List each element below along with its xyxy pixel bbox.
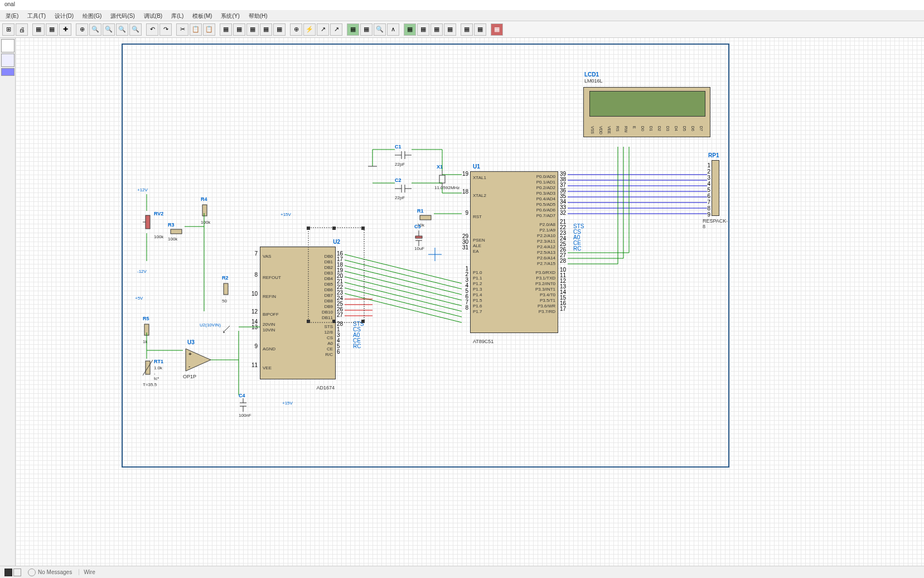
title-bar: onal (0, 0, 924, 10)
rp1-model: RESPACK-8 (703, 218, 729, 229)
svg-rect-19 (224, 283, 228, 295)
component-rp1[interactable]: RP1 123456789 RESPACK-8 (707, 152, 729, 230)
component-u1[interactable]: U1 XTAL1 XTAL2 RST PSEN ALE EA P1.0 P1.1… (470, 163, 566, 336)
tool-area-icon[interactable]: ▦ (32, 23, 45, 36)
app-title: onal (4, 1, 15, 7)
lcd1-model: LM016L (584, 78, 603, 84)
sim-pause-icon[interactable] (13, 569, 21, 576)
rp1-ref: RP1 (708, 152, 719, 158)
tool-arrow1-icon[interactable]: ↗ (317, 23, 329, 36)
tool-paste-icon[interactable]: 📋 (203, 23, 215, 36)
tool-print-icon[interactable]: 🖨 (16, 23, 28, 36)
tool-block3-icon[interactable]: ▦ (246, 23, 259, 36)
power-n12v: -12V (137, 269, 147, 274)
power-p15v-2: +15V (282, 401, 293, 406)
svg-rect-23 (146, 215, 150, 229)
tool-block4-icon[interactable]: ▦ (260, 23, 272, 36)
menu-system[interactable]: 系统(Y) (217, 11, 243, 20)
component-c4[interactable]: C4 100nF (239, 393, 251, 418)
component-rv2[interactable]: RV2 100k (143, 211, 153, 234)
tool-center-icon[interactable]: ⊕ (76, 23, 88, 36)
tool-arm-icon[interactable]: ▦ (491, 23, 503, 36)
svg-rect-16 (415, 236, 422, 238)
preview-icon[interactable] (1, 39, 14, 52)
u2-left-nums: 7 8 10 12 14 13 9 11 (251, 251, 258, 368)
devices-icon[interactable] (1, 54, 14, 67)
left-panel (0, 38, 16, 572)
tool-grid-icon[interactable]: ⊞ (2, 23, 14, 36)
tool-comp1-icon[interactable]: ▦ (347, 23, 359, 36)
tool-sim4-icon[interactable]: ▦ (444, 23, 456, 36)
menu-draw[interactable]: 绘图(G) (79, 11, 105, 20)
u2-model: AD1674 (316, 385, 335, 391)
selected-item[interactable] (1, 68, 14, 76)
tool-pick-icon[interactable]: ⊕ (290, 23, 302, 36)
tool-cut-icon[interactable]: ✂ (176, 23, 188, 36)
tool-undo-icon[interactable]: ↶ (146, 23, 158, 36)
menu-design[interactable]: 设计(D) (51, 11, 77, 20)
svg-rect-14 (420, 215, 431, 220)
component-x1[interactable]: X1 11.0592MHz (437, 171, 448, 189)
tool-zoomfit-icon[interactable]: 🔍 (116, 23, 128, 36)
menu-help[interactable]: 帮助(H) (245, 11, 271, 20)
component-r2[interactable]: R2 50 (222, 275, 230, 304)
component-lcd1[interactable]: LCD1 LM016L VSS VDD VEE RS RW E D0 D1 D2… (583, 71, 710, 138)
menu-debug[interactable]: 调试(B) (141, 11, 166, 20)
component-u2[interactable]: U2 VAS REFOUT REFIN BIPOFF 20VIN 10VIN A… (260, 239, 344, 384)
sim-play-icon[interactable] (4, 569, 12, 576)
component-rt1[interactable]: RT1 1.0k -tc* T=35.5 (143, 359, 153, 380)
tool-find-icon[interactable]: 🔍 (374, 23, 386, 36)
tool-zoomin-icon[interactable]: 🔍 (89, 23, 101, 36)
component-r4[interactable]: R4 100k (201, 196, 210, 225)
tool-doc1-icon[interactable]: ▦ (461, 23, 473, 36)
tool-zoomarea-icon[interactable]: 🔍 (129, 23, 142, 36)
menu-tools[interactable]: 工具(T) (24, 11, 49, 20)
tool-block1-icon[interactable]: ▦ (220, 23, 232, 36)
tool-wire-icon[interactable]: ⚡ (303, 23, 316, 36)
lcd1-ref: LCD1 (584, 71, 599, 78)
menu-library[interactable]: 库(L) (168, 11, 187, 20)
svg-rect-11 (439, 175, 445, 183)
u2-right-tags: STSCSA0CERC (353, 321, 364, 349)
power-p15v-1: +15V (280, 212, 291, 217)
tool-comp2-icon[interactable]: ▦ (360, 23, 372, 36)
component-c2[interactable]: C2 22pF (395, 177, 412, 200)
menu-template[interactable]: 模板(M) (189, 11, 215, 20)
tool-sim2-icon[interactable]: ▦ (417, 23, 429, 36)
tool-doc2-icon[interactable]: ▦ (474, 23, 486, 36)
tool-copy-icon[interactable]: 📋 (190, 23, 202, 36)
power-p12v: +12V (137, 187, 148, 192)
svg-rect-21 (202, 205, 207, 216)
component-c1[interactable]: C1 22pF (395, 144, 412, 167)
schematic-canvas[interactable]: LCD1 LM016L VSS VDD VEE RS RW E D0 D1 D2… (16, 38, 924, 572)
menu-edit[interactable]: 菜(E) (2, 11, 22, 20)
u1-left-nums: 19 18 9 29 30 31 1 2 3 4 5 6 7 8 (462, 171, 468, 311)
tool-redo-icon[interactable]: ↷ (159, 23, 172, 36)
tool-sim1-icon[interactable]: ▦ (404, 23, 416, 36)
status-led-icon (28, 569, 36, 576)
status-bar: No Messages Wire (0, 566, 924, 578)
main-area: LCD1 LM016L VSS VDD VEE RS RW E D0 D1 D2… (0, 38, 924, 572)
tool-block2-icon[interactable]: ▦ (233, 23, 245, 36)
tool-zoomout-icon[interactable]: 🔍 (103, 23, 115, 36)
u1-right-tags: STSCSA0CERC (573, 224, 584, 252)
svg-rect-20 (171, 229, 182, 234)
u2-ref: U2 (333, 239, 340, 245)
menu-source[interactable]: 源代码(S) (107, 11, 138, 20)
net-label-u2-10vin: U2(10VIN) (200, 322, 221, 327)
svg-text:+: + (188, 351, 192, 357)
u1-ref: U1 (473, 163, 480, 170)
tool-grid2-icon[interactable]: ▦ (46, 23, 58, 36)
u1-model: AT89C51 (473, 339, 494, 344)
tool-comp3-icon[interactable]: ∧ (387, 23, 399, 36)
component-r5[interactable]: R5 1k (143, 316, 151, 344)
menu-bar: 菜(E) 工具(T) 设计(D) 绘图(G) 源代码(S) 调试(B) 库(L)… (0, 10, 924, 21)
tool-block5-icon[interactable]: ▦ (273, 23, 286, 36)
component-r3[interactable]: R3 100k (168, 222, 185, 242)
svg-text:-: - (188, 363, 190, 369)
component-c3[interactable]: C3 10uF (414, 230, 423, 247)
u3-ref: U3 (187, 339, 195, 345)
tool-crosshair-icon[interactable]: ✚ (59, 23, 71, 36)
tool-arrow2-icon[interactable]: ↗ (330, 23, 342, 36)
tool-sim3-icon[interactable]: ▦ (430, 23, 443, 36)
